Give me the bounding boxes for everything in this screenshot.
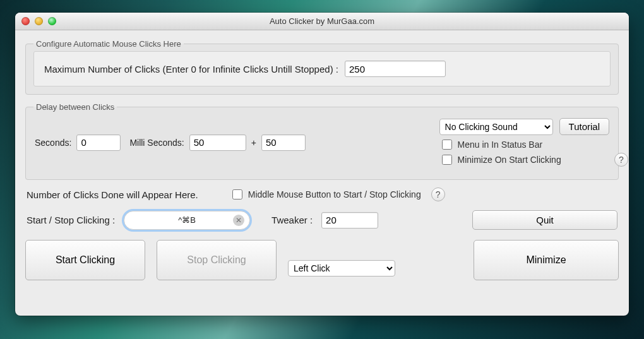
minimize-start-label: Minimize On Start Clicking (458, 155, 561, 165)
config-legend: Configure Automatic Mouse Clicks Here (33, 39, 184, 49)
menu-status-box[interactable] (442, 140, 452, 150)
seconds-label: Seconds: (35, 138, 71, 148)
app-window: Auto Clicker by MurGaa.com Configure Aut… (15, 13, 629, 316)
hotkey-input[interactable]: ^⌘B ✕ (124, 211, 250, 230)
menu-status-label: Menu in In Status Bar (458, 140, 543, 150)
help-icon[interactable]: ? (431, 187, 445, 201)
tutorial-button[interactable]: Tutorial (559, 118, 609, 135)
hotkey-value: ^⌘B (178, 215, 196, 225)
tweaker-label: Tweaker : (271, 215, 313, 225)
minimize-icon[interactable] (35, 17, 43, 25)
minimize-start-checkbox[interactable]: Minimize On Start Clicking (439, 153, 609, 167)
zoom-icon[interactable] (48, 17, 56, 25)
help-icon[interactable]: ? (614, 153, 628, 167)
hotkey-label: Start / Stop Clicking : (27, 215, 115, 225)
menu-status-checkbox[interactable]: Menu in In Status Bar (439, 138, 609, 152)
tweaker-input[interactable] (321, 212, 378, 229)
ms-input-2[interactable] (261, 134, 306, 151)
middle-mouse-box[interactable] (232, 189, 242, 199)
titlebar: Auto Clicker by MurGaa.com (15, 13, 629, 30)
click-type-select[interactable]: Left Click (288, 260, 395, 277)
minimize-button[interactable]: Minimize (474, 240, 619, 280)
middle-mouse-label: Middle Mouse Button to Start / Stop Clic… (248, 189, 421, 199)
middle-mouse-checkbox[interactable]: Middle Mouse Button to Start / Stop Clic… (230, 187, 421, 201)
delay-section: Delay between Clicks Seconds: Milli Seco… (25, 102, 619, 180)
ms-input-1[interactable] (189, 134, 246, 151)
delay-legend: Delay between Clicks (33, 102, 117, 112)
max-clicks-input[interactable] (345, 61, 446, 77)
traffic-lights (21, 17, 56, 25)
start-clicking-button[interactable]: Start Clicking (25, 240, 145, 280)
clear-icon[interactable]: ✕ (233, 215, 244, 226)
stop-clicking-button[interactable]: Stop Clicking (157, 240, 277, 280)
ms-label: Milli Seconds: (129, 138, 184, 148)
seconds-input[interactable] (76, 134, 121, 151)
ms-plus: + (251, 138, 256, 148)
max-clicks-box: Maximum Number of Clicks (Enter 0 for In… (33, 51, 611, 86)
window-content: Configure Automatic Mouse Clicks Here Ma… (15, 30, 629, 290)
max-clicks-label: Maximum Number of Clicks (Enter 0 for In… (44, 64, 338, 74)
config-section: Configure Automatic Mouse Clicks Here Ma… (25, 39, 619, 95)
minimize-start-box[interactable] (442, 155, 452, 165)
close-icon[interactable] (21, 17, 30, 25)
status-text: Number of Clicks Done will Appear Here. (27, 189, 198, 200)
quit-button[interactable]: Quit (472, 210, 617, 230)
window-title: Auto Clicker by MurGaa.com (270, 16, 374, 26)
sound-select[interactable]: No Clicking Sound (439, 119, 553, 135)
